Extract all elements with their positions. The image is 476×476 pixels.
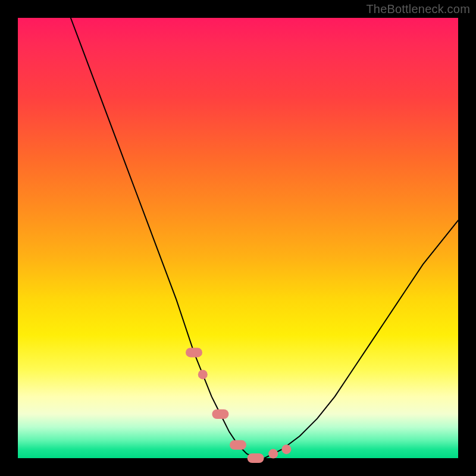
watermark-text: TheBottleneck.com <box>366 2 470 16</box>
highlight-markers <box>186 347 291 463</box>
marker-dot <box>198 369 208 379</box>
marker-dot <box>281 444 291 454</box>
curve-path <box>71 18 458 458</box>
chart-frame: TheBottleneck.com <box>0 0 476 476</box>
curve-svg <box>18 18 458 458</box>
marker-pill <box>212 409 228 419</box>
plot-area <box>18 18 458 458</box>
marker-pill <box>248 453 264 463</box>
bottleneck-curve <box>71 18 458 458</box>
marker-dot <box>268 449 278 459</box>
marker-pill <box>186 347 202 357</box>
marker-pill <box>230 440 246 450</box>
